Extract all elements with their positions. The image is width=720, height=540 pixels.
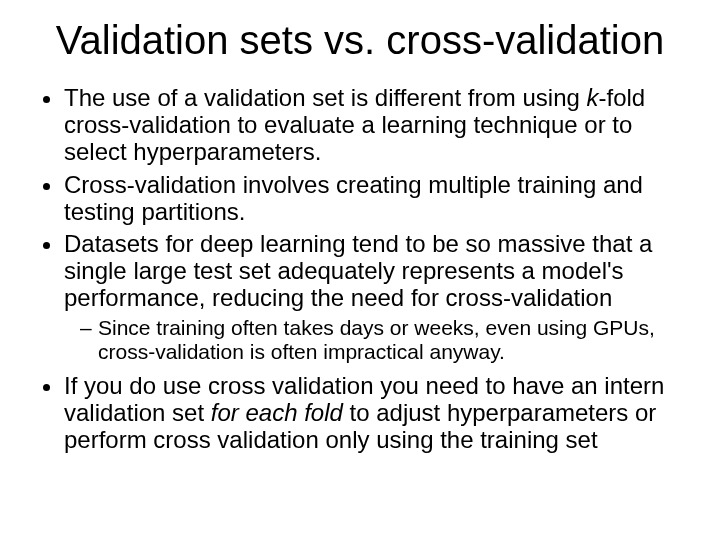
bullet-1-text-a: The use of a validation set is different…: [64, 84, 587, 111]
bullet-1-k-italic: k: [587, 84, 599, 111]
slide: Validation sets vs. cross-validation The…: [0, 0, 720, 540]
bullet-3: Datasets for deep learning tend to be so…: [64, 231, 682, 363]
bullet-1: The use of a validation set is different…: [64, 85, 682, 166]
slide-title: Validation sets vs. cross-validation: [38, 18, 682, 63]
sub-bullet-list: Since training often takes days or weeks…: [64, 316, 682, 363]
bullet-list: The use of a validation set is different…: [38, 85, 682, 454]
bullet-2: Cross-validation involves creating multi…: [64, 172, 682, 226]
bullet-2-text: Cross-validation involves creating multi…: [64, 171, 643, 225]
bullet-4-italic: for each fold: [211, 399, 343, 426]
bullet-4: If you do use cross validation you need …: [64, 373, 682, 454]
bullet-3-text: Datasets for deep learning tend to be so…: [64, 230, 652, 311]
sub-bullet-3-1: Since training often takes days or weeks…: [98, 316, 682, 363]
sub-bullet-3-1-text: Since training often takes days or weeks…: [98, 316, 655, 363]
